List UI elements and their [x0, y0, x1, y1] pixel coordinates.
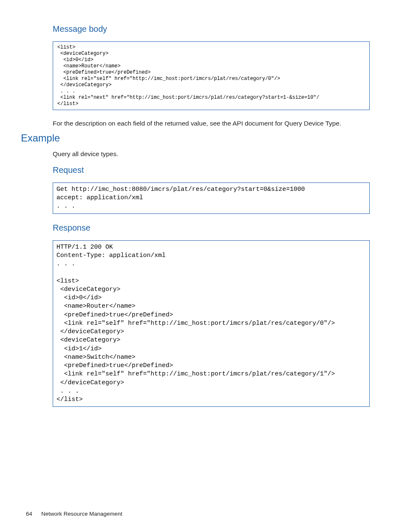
- code-request: Get http://imc_host:8080/imcrs/plat/res/…: [53, 182, 370, 214]
- heading-message-body: Message body: [53, 24, 370, 34]
- page: Message body <list> <deviceCategory> <id…: [0, 0, 399, 532]
- heading-response: Response: [53, 223, 370, 233]
- footer-section: Network Resource Management: [41, 511, 123, 517]
- heading-request: Request: [53, 165, 370, 175]
- paragraph-desc-note: For the description on each field of the…: [53, 119, 370, 128]
- code-response: HTTP/1.1 200 OK Content-Type: applicatio…: [53, 240, 370, 407]
- heading-example: Example: [21, 132, 370, 144]
- page-number: 64: [26, 511, 32, 517]
- paragraph-example-intro: Query all device types.: [53, 150, 370, 159]
- page-footer: 64 Network Resource Management: [26, 511, 122, 517]
- code-message-body: <list> <deviceCategory> <id>0</id> <name…: [53, 41, 370, 110]
